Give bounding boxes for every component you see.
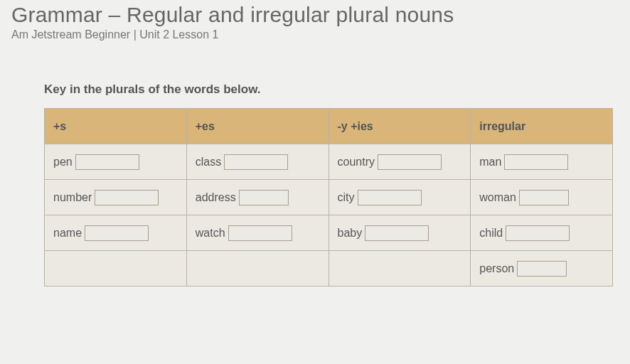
cell-man: man bbox=[479, 144, 604, 179]
cell-class: class bbox=[196, 144, 320, 179]
answer-input-person[interactable] bbox=[517, 261, 567, 277]
table-row: name watch baby child bbox=[45, 215, 613, 251]
word-label: country bbox=[338, 156, 375, 168]
answer-input-watch[interactable] bbox=[228, 225, 292, 241]
cell-pen: pen bbox=[53, 144, 178, 179]
answer-input-number[interactable] bbox=[95, 190, 159, 205]
answer-input-pen[interactable] bbox=[75, 154, 139, 170]
cell-person: person bbox=[479, 251, 604, 286]
col-header-plus-es: +es bbox=[186, 109, 329, 144]
table-row: pen class country man bbox=[45, 144, 613, 180]
answer-input-country[interactable] bbox=[378, 154, 442, 170]
word-label: watch bbox=[196, 227, 225, 240]
answer-input-baby[interactable] bbox=[365, 225, 429, 241]
answer-input-man[interactable] bbox=[504, 154, 568, 170]
col-header-plus-s: +s bbox=[45, 109, 187, 144]
word-label: child bbox=[479, 227, 503, 240]
cell-empty bbox=[45, 251, 187, 287]
cell-baby: baby bbox=[338, 215, 462, 250]
table-row: person bbox=[45, 251, 613, 287]
page-title: Grammar – Regular and irregular plural n… bbox=[11, 3, 619, 27]
cell-city: city bbox=[338, 180, 462, 215]
table-row: number address city woman bbox=[45, 180, 613, 215]
answer-input-city[interactable] bbox=[358, 190, 422, 205]
instruction-text: Key in the plurals of the words below. bbox=[44, 82, 630, 97]
plurals-table: +s +es -y +ies irregular pen class count… bbox=[44, 108, 613, 287]
word-label: woman bbox=[479, 191, 516, 204]
col-header-y-ies: -y +ies bbox=[329, 109, 471, 144]
answer-input-woman[interactable] bbox=[519, 190, 569, 205]
answer-input-class[interactable] bbox=[224, 154, 288, 170]
cell-country: country bbox=[338, 144, 462, 179]
answer-input-child[interactable] bbox=[506, 225, 570, 241]
word-label: pen bbox=[53, 156, 73, 168]
word-label: city bbox=[338, 191, 355, 204]
page-header: Grammar – Regular and irregular plural n… bbox=[0, 0, 630, 41]
col-header-irregular: irregular bbox=[471, 109, 613, 144]
answer-input-address[interactable] bbox=[239, 190, 289, 205]
answer-input-name[interactable] bbox=[85, 225, 149, 241]
word-label: man bbox=[479, 156, 501, 168]
word-label: address bbox=[196, 191, 236, 204]
cell-empty bbox=[329, 251, 471, 287]
word-label: name bbox=[53, 227, 82, 240]
word-label: person bbox=[479, 262, 514, 275]
cell-address: address bbox=[196, 180, 320, 215]
word-label: number bbox=[53, 191, 92, 204]
cell-name: name bbox=[53, 215, 178, 250]
cell-child: child bbox=[479, 215, 604, 250]
page-subtitle: Am Jetstream Beginner | Unit 2 Lesson 1 bbox=[11, 28, 619, 41]
exercise-content: Key in the plurals of the words below. +… bbox=[0, 41, 630, 287]
cell-woman: woman bbox=[479, 180, 604, 215]
word-label: baby bbox=[338, 227, 363, 240]
cell-empty bbox=[186, 251, 329, 287]
table-header-row: +s +es -y +ies irregular bbox=[45, 109, 613, 144]
cell-watch: watch bbox=[196, 215, 320, 250]
word-label: class bbox=[196, 156, 221, 168]
cell-number: number bbox=[53, 180, 178, 215]
